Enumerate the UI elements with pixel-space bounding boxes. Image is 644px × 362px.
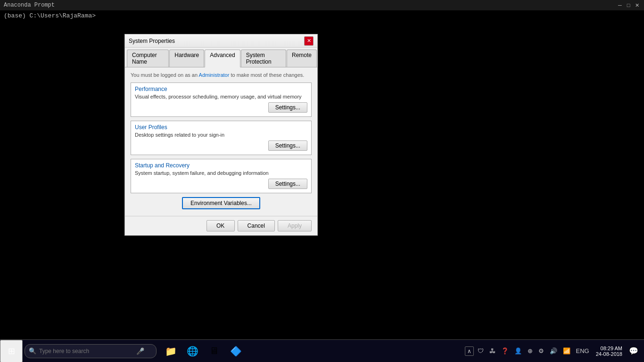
startup-recovery-settings-button[interactable]: Settings...: [268, 179, 307, 189]
terminal-minimize-btn[interactable]: ─: [617, 2, 623, 8]
start-button[interactable]: ⊞: [0, 340, 23, 362]
clock: 08:29 AM 24-08-2018: [593, 345, 625, 358]
startup-recovery-desc: System startup, system failure, and debu…: [135, 170, 307, 176]
performance-desc: Visual effects, processor scheduling, me…: [135, 94, 307, 99]
performance-title: Performance: [135, 86, 307, 92]
tab-computer-name[interactable]: Computer Name: [127, 49, 169, 67]
dialog-title: System Properties: [129, 38, 304, 44]
system-properties-dialog: System Properties ✕ Computer Name Hardwa…: [124, 34, 318, 236]
dialog-footer: OK Cancel Apply: [125, 216, 317, 235]
terminal-prompt: (base) C:\Users\RajaRama>: [4, 12, 96, 19]
user-profiles-desc: Desktop settings related to your sign-in: [135, 132, 307, 138]
terminal-close-btn[interactable]: ✕: [634, 2, 640, 8]
user-profiles-title: User Profiles: [135, 124, 307, 131]
dialog-content: You must be logged on as an Administrato…: [125, 67, 317, 216]
search-input[interactable]: [39, 348, 133, 354]
volume-icon[interactable]: 🔊: [548, 346, 559, 355]
tab-system-protection[interactable]: System Protection: [241, 49, 286, 67]
startup-recovery-section: Startup and Recovery System startup, sys…: [131, 159, 312, 193]
cancel-button[interactable]: Cancel: [238, 220, 275, 231]
addon-icon[interactable]: ⊕: [526, 346, 535, 355]
terminal-title: Anaconda Prompt: [4, 2, 55, 8]
user-profiles-section: User Profiles Desktop settings related t…: [131, 121, 312, 155]
dialog-titlebar: System Properties ✕: [125, 34, 317, 48]
startup-recovery-title: Startup and Recovery: [135, 162, 307, 169]
search-icon: 🔍: [29, 347, 36, 354]
performance-settings-button[interactable]: Settings...: [268, 102, 307, 113]
ok-button[interactable]: OK: [206, 220, 235, 231]
performance-section: Performance Visual effects, processor sc…: [131, 82, 312, 117]
search-bar: 🔍 🎤: [25, 344, 157, 358]
language-label: ENG: [574, 346, 591, 355]
shield-icon[interactable]: 🛡: [476, 346, 486, 355]
clock-time: 08:29 AM: [596, 346, 622, 351]
admin-notice: You must be logged on as an Administrato…: [131, 72, 312, 78]
network-icon[interactable]: 🖧: [487, 346, 497, 355]
taskbar-app-file-explorer[interactable]: 📁: [160, 341, 181, 362]
settings-icon[interactable]: ⚙: [537, 346, 546, 355]
notification-button[interactable]: 💬: [627, 346, 640, 356]
taskbar-app-screen[interactable]: 🖥: [204, 341, 224, 362]
terminal-titlebar: Anaconda Prompt ─ □ ✕: [0, 0, 644, 10]
tab-advanced[interactable]: Advanced: [205, 49, 240, 67]
apply-button[interactable]: Apply: [278, 220, 312, 231]
terminal-controls: ─ □ ✕: [617, 2, 640, 8]
taskbar: ⊞ 🔍 🎤 📁 🌐 🖥 🔷 ∧ 🛡 🖧 ❓ 👤 ⊕ ⚙ 🔊 📶 ENG 08:2…: [0, 339, 644, 362]
admin-notice-link: Administrator: [199, 72, 230, 78]
taskbar-app-vpn[interactable]: 🔷: [225, 341, 246, 362]
environment-variables-button[interactable]: Environment Variables...: [182, 197, 260, 209]
tab-hardware[interactable]: Hardware: [169, 49, 204, 67]
more-icons-button[interactable]: ∧: [465, 346, 474, 356]
taskbar-app-chrome[interactable]: 🌐: [182, 341, 203, 362]
taskbar-right: ∧ 🛡 🖧 ❓ 👤 ⊕ ⚙ 🔊 📶 ENG 08:29 AM 24-08-201…: [465, 345, 644, 358]
tabs-bar: Computer Name Hardware Advanced System P…: [125, 48, 317, 67]
dialog-close-button[interactable]: ✕: [304, 36, 314, 46]
user-profiles-settings-button[interactable]: Settings...: [268, 140, 307, 151]
clock-date: 24-08-2018: [596, 351, 622, 357]
microphone-icon[interactable]: 🎤: [136, 347, 144, 355]
wifi-icon[interactable]: 📶: [561, 346, 572, 355]
user-icon[interactable]: 👤: [512, 346, 524, 355]
help-icon[interactable]: ❓: [499, 346, 511, 355]
terminal-window: Anaconda Prompt ─ □ ✕ (base) C:\Users\Ra…: [0, 0, 644, 339]
tab-remote[interactable]: Remote: [287, 49, 317, 67]
taskbar-apps: 📁 🌐 🖥 🔷: [160, 341, 246, 362]
terminal-maximize-btn[interactable]: □: [625, 2, 632, 8]
